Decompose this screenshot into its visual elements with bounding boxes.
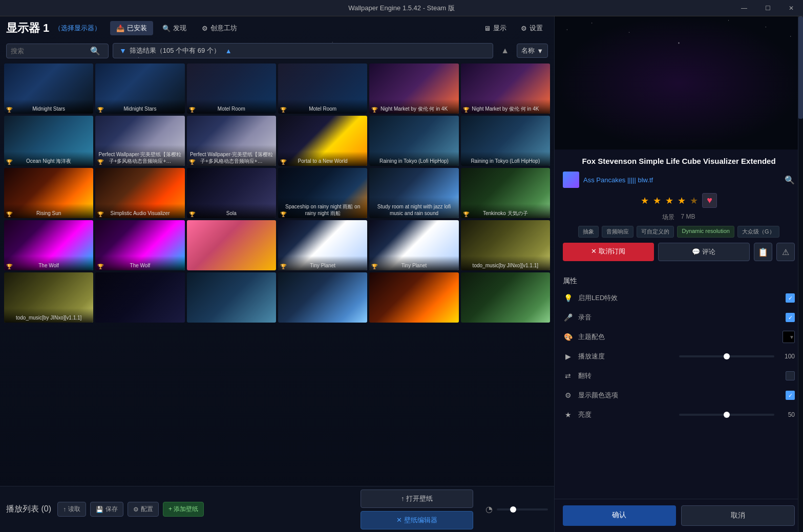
select-display-button[interactable]: （选择显示器） <box>54 24 101 33</box>
scrollbar-thumb[interactable] <box>798 16 803 119</box>
wallpaper-item-12[interactable]: Raining in Tokyo (Lofi HipHop) <box>461 116 550 166</box>
wallpaper-badge-20: 🏆 <box>97 264 103 269</box>
window-controls: ― ☐ ✕ <box>732 0 803 16</box>
wallpaper-item-27[interactable] <box>187 272 276 323</box>
wallpaper-item-14[interactable]: Simplistic Audio Visualizer🏆 <box>95 168 184 218</box>
brightness-right-slider[interactable] <box>679 414 775 416</box>
tag-custom[interactable]: 可自定义的 <box>637 226 674 238</box>
x-icon: ✕ <box>591 247 597 255</box>
search-input[interactable] <box>11 47 90 55</box>
nav-installed[interactable]: 📥 已安装 <box>110 21 153 35</box>
wallpaper-item-30[interactable] <box>461 272 550 323</box>
favorite-button[interactable]: ♥ <box>702 193 717 208</box>
comment-button[interactable]: 💬 评论 <box>658 243 750 261</box>
filter-button[interactable]: ▼ 筛选结果（105 个中有 69 个） ▲ <box>113 43 493 58</box>
playlist-save-button[interactable]: 💾 保存 <box>90 502 123 517</box>
editor-button[interactable]: ✕ 壁纸编辑器 <box>361 511 473 529</box>
wallpaper-badge-6: 🏆 <box>463 107 469 113</box>
wallpaper-item-7[interactable]: Ocean Night 海洋夜🏆 <box>4 116 93 166</box>
nav-workshop[interactable]: ⚙ 创意工坊 <box>196 21 243 35</box>
read-label: 读取 <box>68 505 80 514</box>
wallpaper-item-10[interactable]: Portal to a New World🏆 <box>278 116 367 166</box>
wallpaper-item-2[interactable]: Midnight Stars🏆 <box>95 63 184 114</box>
author-name[interactable]: Ass Pancakes ||||| blw.tf <box>583 176 780 184</box>
wallpaper-item-24[interactable]: todo_music[by JINxo][v1.1.1] <box>461 220 550 270</box>
wallpaper-item-13[interactable]: Rising Sun🏆 <box>4 168 93 218</box>
action-buttons: ✕ 取消订阅 💬 评论 📋 ⚠ <box>563 243 795 261</box>
display-color-checkbox[interactable]: ✓ <box>786 391 795 400</box>
led-icon: 💡 <box>563 293 573 303</box>
flip-checkbox[interactable] <box>786 371 795 380</box>
tag-dynamic[interactable]: Dynamic resolution <box>677 226 734 238</box>
audio-checkbox[interactable]: ✓ <box>786 313 795 322</box>
wallpaper-item-20[interactable]: The Wolf🏆 <box>95 220 184 270</box>
left-panel: 显示器 1 （选择显示器） 📥 已安装 🔍 发现 ⚙ 创意工坊 🖥 显示 <box>0 16 554 532</box>
minimize-button[interactable]: ― <box>732 0 756 16</box>
wallpaper-item-9[interactable]: Perfect Wallpaper·完美壁纸【落樱粒子+多风格动态音频响应+…🏆 <box>187 116 276 166</box>
led-checkbox[interactable]: ✓ <box>786 293 795 303</box>
wallpaper-item-5[interactable]: Night Market by 俊伦 何 in 4K🏆 <box>369 63 458 114</box>
tag-audio[interactable]: 音频响应 <box>602 226 633 238</box>
wallpaper-item-25[interactable]: todo_music[by JINxo][v1.1.1] <box>4 272 93 323</box>
open-wallpaper-button[interactable]: ↑ 打开壁纸 <box>361 490 473 508</box>
wallpaper-name-14: Simplistic Audio Visualizer <box>95 204 184 218</box>
wallpaper-item-16[interactable]: Spaceship on rainy night 雨船 on rainy nig… <box>278 168 367 218</box>
wallpaper-item-18[interactable]: Tenkinoko 天気の子🏆 <box>461 168 550 218</box>
filter-label: 筛选结果（105 个中有 69 个） <box>130 46 220 55</box>
wallpaper-item-15[interactable]: Sola🏆 <box>187 168 276 218</box>
wallpaper-item-8[interactable]: Perfect Wallpaper·完美壁纸【落樱粒子+多风格动态音频响应+…🏆 <box>95 116 184 166</box>
workshop-icon: ⚙ <box>202 25 208 32</box>
wallpaper-item-21[interactable] <box>187 220 276 270</box>
wallpaper-item-29[interactable] <box>369 272 458 323</box>
wallpaper-item-11[interactable]: Raining in Tokyo (Lofi HipHop) <box>369 116 458 166</box>
wallpaper-item-19[interactable]: The Wolf🏆 <box>4 220 93 270</box>
display-btn-label: 显示 <box>493 24 506 33</box>
wallpaper-item-3[interactable]: Motel Room🏆 <box>187 63 276 114</box>
settings-button[interactable]: ⚙ 设置 <box>516 22 548 35</box>
copy-button[interactable]: 📋 <box>754 243 772 261</box>
sort-direction-button[interactable]: ▲ <box>497 43 513 58</box>
wallpaper-item-23[interactable]: Tiny Planet🏆 <box>369 220 458 270</box>
close-button[interactable]: ✕ <box>779 0 803 16</box>
nav-right: 🖥 显示 ⚙ 设置 <box>479 22 548 35</box>
wallpaper-item-17[interactable]: Study room at night with jazz lofi music… <box>369 168 458 218</box>
tag-rating[interactable]: 大众级（G） <box>737 226 779 238</box>
wallpaper-name-16: Spaceship on rainy night 雨船 on rainy nig… <box>278 197 367 218</box>
add-wallpaper-button[interactable]: + 添加壁纸 <box>163 502 204 517</box>
scrollbar <box>798 16 803 532</box>
unsubscribe-button[interactable]: ✕ 取消订阅 <box>563 243 654 261</box>
playlist-read-button[interactable]: ↑ 读取 <box>57 502 86 517</box>
playlist-config-button[interactable]: ⚙ 配置 <box>128 502 159 517</box>
author-search-icon[interactable]: 🔍 <box>785 175 795 185</box>
search-input-wrap[interactable]: 🔍 <box>6 44 109 58</box>
playlist-actions: ↑ 读取 💾 保存 ⚙ 配置 + 添加壁纸 <box>57 502 204 517</box>
comment-label: 评论 <box>702 248 715 256</box>
wallpaper-item-28[interactable] <box>278 272 367 323</box>
tag-abstract[interactable]: 抽象 <box>578 226 599 238</box>
theme-label: 主题配色 <box>578 332 777 342</box>
maximize-button[interactable]: ☐ <box>756 0 779 16</box>
search-icon: 🔍 <box>90 46 100 56</box>
wallpaper-item-4[interactable]: Motel Room🏆 <box>278 63 367 114</box>
wallpaper-item-26[interactable] <box>95 272 184 323</box>
wallpaper-item-22[interactable]: Tiny Planet🏆 <box>278 220 367 270</box>
wallpaper-item-1[interactable]: Midnight Stars🏆 <box>4 63 93 114</box>
sort-select[interactable]: 名称 ▼ <box>517 44 548 58</box>
brightness-slider[interactable] <box>497 508 548 510</box>
flag-button[interactable]: ⚠ <box>776 243 795 261</box>
nav-discover[interactable]: 🔍 发现 <box>156 21 193 35</box>
wallpaper-badge-22: 🏆 <box>280 264 286 269</box>
confirm-button[interactable]: 确认 <box>563 505 676 526</box>
moon-icon: ◔ <box>485 504 493 514</box>
wallpaper-item-6[interactable]: Night Market by 俊伦 何 in 4K🏆 <box>461 63 550 114</box>
display-color-label: 显示颜色选项 <box>578 391 780 400</box>
size-type-label: 场景 <box>662 213 674 222</box>
theme-color-swatch[interactable]: ▼ <box>783 331 795 343</box>
cancel-button[interactable]: 取消 <box>681 505 795 526</box>
wallpaper-badge-9: 🏆 <box>189 159 195 165</box>
flip-icon: ⇄ <box>563 371 573 381</box>
brightness-icon: ★ <box>563 410 573 420</box>
wallpaper-name-10: Portal to a New World <box>278 152 367 166</box>
speed-slider[interactable] <box>679 355 775 357</box>
display-button[interactable]: 🖥 显示 <box>479 22 512 35</box>
